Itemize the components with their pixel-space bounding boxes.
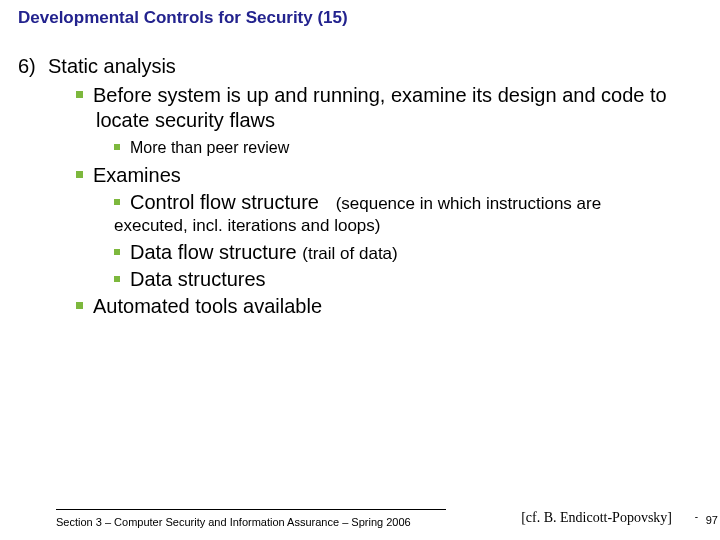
paren-text: (trail of data) (302, 244, 397, 263)
item-number: 6) (18, 54, 48, 79)
bullet-text: Examines (93, 164, 181, 186)
bullet-text: More than peer review (130, 139, 289, 156)
bullet-icon (76, 302, 83, 309)
bullet-text: Control flow structure (130, 191, 319, 213)
bullet-lvl2: More than peer review (114, 138, 710, 158)
numbered-item: 6)Static analysis (18, 54, 710, 79)
paren-text: (sequence in which instructions are (336, 194, 602, 213)
bullet-text: Data flow structure (130, 241, 297, 263)
bullet-lvl1: Examines (76, 163, 710, 188)
bullet-lvl1: Before system is up and running, examine… (76, 83, 710, 133)
bullet-text: Before system is up and running, examine… (93, 84, 667, 131)
citation: [cf. B. Endicott-Popovsky] (521, 510, 672, 526)
bullet-icon (76, 91, 83, 98)
page-number: 97 (706, 514, 718, 526)
slide: Developmental Controls for Security (15)… (0, 0, 720, 540)
footer-text: Section 3 – Computer Security and Inform… (56, 516, 411, 528)
bullet-icon (76, 171, 83, 178)
bullet-icon (114, 249, 120, 255)
bullet-lvl2: Control flow structure (sequence in whic… (114, 190, 710, 215)
bullet-text: Data structures (130, 268, 266, 290)
footer-divider (56, 509, 446, 510)
bullet-lvl2: Data structures (114, 267, 710, 292)
bullet-icon (114, 276, 120, 282)
bullet-icon (114, 144, 120, 150)
bullet-lvl2: Data flow structure (trail of data) (114, 240, 710, 265)
slide-title: Developmental Controls for Security (15) (18, 8, 348, 28)
item-main-text: Static analysis (48, 55, 176, 77)
continuation-text: executed, incl. iterations and loops) (114, 215, 710, 236)
bullet-text: Automated tools available (93, 295, 322, 317)
bullet-icon (114, 199, 120, 205)
bullet-lvl1: Automated tools available (76, 294, 710, 319)
page-dash: - (695, 511, 698, 522)
slide-body: 6)Static analysis Before system is up an… (18, 54, 710, 321)
